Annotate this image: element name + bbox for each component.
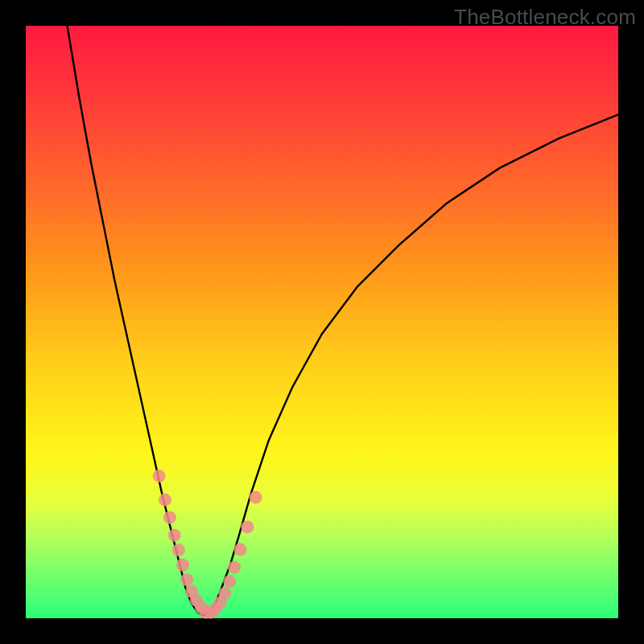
scatter-point <box>159 493 171 506</box>
chart-plot-area <box>26 26 618 618</box>
scatter-point <box>250 491 262 504</box>
scatter-point <box>153 469 166 482</box>
watermark-label: TheBottleneck.com <box>454 5 636 30</box>
scatter-point <box>241 521 254 534</box>
curve-left-branch <box>68 26 204 615</box>
scatter-point <box>223 575 236 588</box>
scatter-point <box>218 587 231 600</box>
curve-right-branch <box>204 114 618 615</box>
chart-frame: TheBottleneck.com <box>0 0 644 644</box>
scatter-point <box>176 559 189 572</box>
bottleneck-curve <box>68 26 618 615</box>
chart-svg <box>26 26 618 618</box>
scatter-markers <box>153 469 262 618</box>
scatter-point <box>180 573 193 586</box>
scatter-point <box>168 529 181 542</box>
scatter-point <box>233 543 246 556</box>
scatter-point <box>172 543 185 556</box>
scatter-point <box>163 511 176 524</box>
scatter-point <box>228 561 241 574</box>
